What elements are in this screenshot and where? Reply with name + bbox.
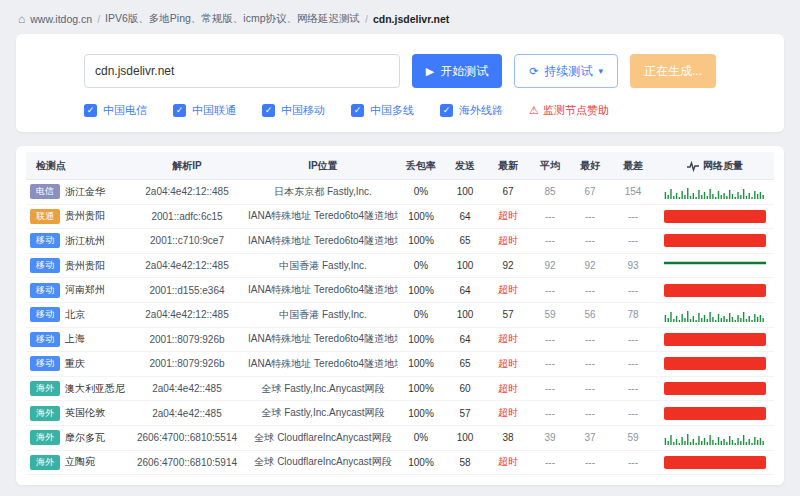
avg-latency: --- — [530, 408, 570, 419]
worst-latency: --- — [610, 358, 656, 369]
checkbox-overseas[interactable]: ✓ 海外线路 — [440, 103, 503, 118]
continuous-test-button[interactable]: ⟳ 持续测试 ▾ — [514, 54, 618, 88]
node-name: 河南郑州 — [65, 283, 105, 297]
header-location: IP位置 — [248, 159, 398, 173]
worst-latency: 78 — [610, 309, 656, 320]
isp-badge: 移动 — [30, 307, 60, 322]
isp-badge: 移动 — [30, 258, 60, 273]
sent-count: 64 — [444, 334, 486, 345]
checkbox-checked-icon: ✓ — [262, 104, 275, 117]
checkbox-label: 中国电信 — [103, 103, 147, 118]
checkbox-china-multiline[interactable]: ✓ 中国多线 — [351, 103, 414, 118]
isp-badge: 移动 — [30, 332, 60, 347]
sent-count: 64 — [444, 211, 486, 222]
worst-latency: --- — [610, 235, 656, 246]
quality-timeout-bar — [664, 234, 766, 247]
loss-rate: 100% — [398, 211, 444, 222]
node-name: 重庆 — [65, 357, 85, 371]
host-input[interactable] — [84, 54, 400, 88]
node-name: 浙江金华 — [65, 185, 105, 199]
quality-timeout-bar — [664, 357, 766, 370]
generating-button[interactable]: 正在生成... — [630, 54, 716, 88]
sent-count: 65 — [444, 358, 486, 369]
worst-latency: 59 — [610, 432, 656, 443]
header-quality-label: 网络质量 — [703, 159, 743, 173]
header-best: 最好 — [570, 159, 610, 173]
loss-rate: 100% — [398, 383, 444, 394]
isp-badge: 联通 — [30, 209, 60, 224]
resolved-ip: 2001::8079:926b — [126, 358, 248, 369]
loss-rate: 100% — [398, 358, 444, 369]
table-row: 海外澳大利亚悉尼 2a04:4e42::485 全球 Fastly,Inc.An… — [26, 377, 774, 402]
table-row: 移动上海 2001::8079:926b IANA特殊地址 Teredo6to4… — [26, 328, 774, 353]
loss-rate: 0% — [398, 432, 444, 443]
checkbox-checked-icon: ✓ — [440, 104, 453, 117]
worst-latency: 154 — [610, 186, 656, 197]
ip-location: 全球 CloudflareIncAnycast网段 — [248, 431, 398, 445]
isp-badge: 移动 — [30, 283, 60, 298]
activity-icon — [687, 160, 699, 172]
network-quality-chart — [656, 307, 774, 323]
checkbox-label: 中国多线 — [370, 103, 414, 118]
header-loss: 丢包率 — [398, 159, 444, 173]
best-latency: 67 — [570, 186, 610, 197]
breadcrumb-target: cdn.jsdelivr.net — [373, 13, 449, 25]
resolved-ip: 2a04:4e42:12::485 — [126, 186, 248, 197]
latest-latency: 超时 — [486, 455, 530, 469]
results-card: 检测点 解析IP IP位置 丢包率 发送 最新 平均 最好 最差 网络质量 电信… — [16, 146, 784, 485]
resolved-ip: 2a04:4e42:12::485 — [126, 309, 248, 320]
breadcrumb-site[interactable]: www.itdog.cn — [30, 13, 92, 25]
checkbox-checked-icon: ✓ — [351, 104, 364, 117]
chevron-down-icon: ▾ — [598, 66, 603, 76]
loss-rate: 100% — [398, 457, 444, 468]
checkbox-label: 中国联通 — [192, 103, 236, 118]
sent-count: 100 — [444, 432, 486, 443]
worst-latency: 93 — [610, 260, 656, 271]
network-quality-chart — [656, 258, 774, 274]
loss-rate: 0% — [398, 260, 444, 271]
node-name: 北京 — [65, 308, 85, 322]
header-quality: 网络质量 — [656, 159, 774, 173]
line-filter-row: ✓ 中国电信 ✓ 中国联通 ✓ 中国移动 ✓ 中国多线 ✓ 海外线路 ⚠ 监测节… — [84, 103, 716, 118]
ip-location: IANA特殊地址 Teredo6to4隧道地址 — [248, 234, 398, 248]
sponsor-link[interactable]: ⚠ 监测节点赞助 — [529, 103, 609, 118]
network-quality-chart — [656, 234, 774, 247]
breadcrumb-section[interactable]: IPV6版、多地Ping、常规版、icmp协议、网络延迟测试 — [105, 12, 360, 26]
worst-latency: --- — [610, 383, 656, 394]
ip-location: IANA特殊地址 Teredo6to4隧道地址 — [248, 283, 398, 297]
checkbox-china-telecom[interactable]: ✓ 中国电信 — [84, 103, 147, 118]
node-name: 贵州贵阳 — [65, 209, 105, 223]
loss-rate: 100% — [398, 285, 444, 296]
best-latency: 56 — [570, 309, 610, 320]
checkbox-china-mobile[interactable]: ✓ 中国移动 — [262, 103, 325, 118]
start-test-button[interactable]: ▶ 开始测试 — [412, 54, 502, 88]
breadcrumb: ⌂ www.itdog.cn / IPV6版、多地Ping、常规版、icmp协议… — [16, 8, 784, 34]
play-icon: ▶ — [426, 66, 434, 77]
resolved-ip: 2001::c710:9ce7 — [126, 235, 248, 246]
ip-location: IANA特殊地址 Teredo6to4隧道地址 — [248, 209, 398, 223]
isp-badge: 海外 — [30, 406, 60, 421]
table-row: 移动河南郑州 2001::d155:e364 IANA特殊地址 Teredo6t… — [26, 278, 774, 303]
sent-count: 57 — [444, 408, 486, 419]
table-row: 海外立陶宛 2606:4700::6810:5914 全球 Cloudflare… — [26, 451, 774, 476]
resolved-ip: 2a04:4e42::485 — [126, 408, 248, 419]
sent-count: 58 — [444, 457, 486, 468]
ip-location: 全球 CloudflareIncAnycast网段 — [248, 455, 398, 469]
avg-latency: --- — [530, 358, 570, 369]
best-latency: 37 — [570, 432, 610, 443]
quality-timeout-bar — [664, 456, 766, 469]
isp-badge: 海外 — [30, 455, 60, 470]
best-latency: --- — [570, 334, 610, 345]
node-name: 立陶宛 — [65, 455, 95, 469]
ip-location: IANA特殊地址 Teredo6to4隧道地址 — [248, 332, 398, 346]
network-quality-chart — [656, 456, 774, 469]
worst-latency: --- — [610, 334, 656, 345]
latest-latency: 超时 — [486, 209, 530, 223]
home-icon: ⌂ — [18, 12, 25, 26]
worst-latency: --- — [610, 408, 656, 419]
checkbox-china-unicom[interactable]: ✓ 中国联通 — [173, 103, 236, 118]
node-name: 英国伦敦 — [65, 406, 105, 420]
table-row: 海外摩尔多瓦 2606:4700::6810:5514 全球 Cloudflar… — [26, 426, 774, 451]
network-quality-chart — [656, 333, 774, 346]
header-avg: 平均 — [530, 159, 570, 173]
